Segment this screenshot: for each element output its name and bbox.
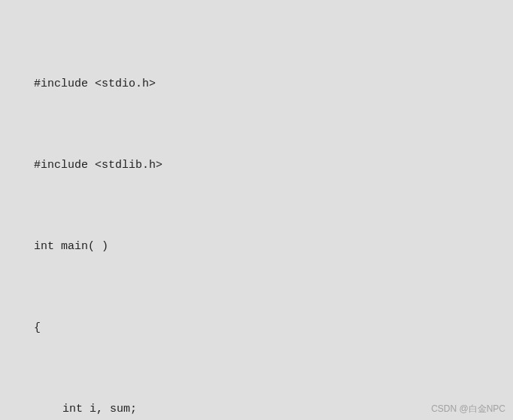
code-line: #include <stdlib.h> — [34, 152, 479, 179]
watermark: CSDN @白金NPC — [431, 403, 505, 415]
code-block: #include <stdio.h> #include <stdlib.h> i… — [34, 17, 479, 420]
code-line: int i, sum; — [34, 396, 479, 420]
code-line: { — [34, 315, 479, 342]
code-line: int main( ) — [34, 233, 479, 260]
code-line: #include <stdio.h> — [34, 71, 479, 98]
